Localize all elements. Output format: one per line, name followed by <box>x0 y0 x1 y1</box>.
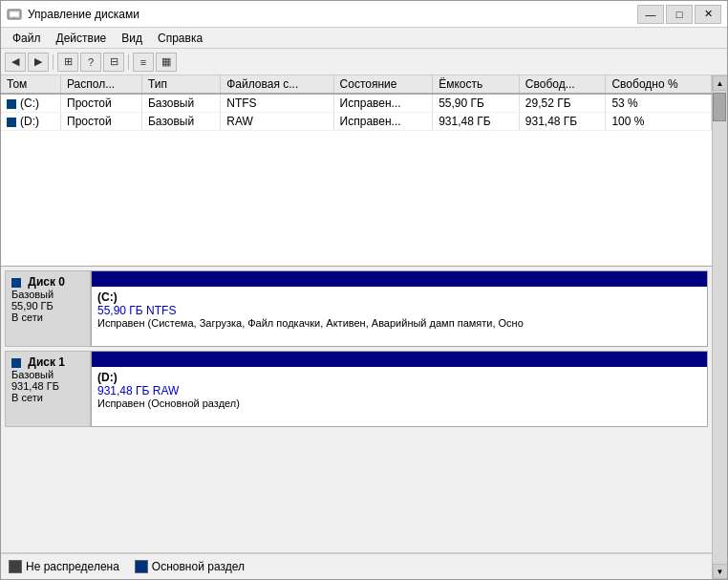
legend-label: Основной раздел <box>152 560 245 573</box>
cell-free: 931,48 ГБ <box>519 113 606 131</box>
disk-status: В сети <box>11 392 84 403</box>
volume-icon <box>7 99 16 109</box>
partition-area[interactable]: (C:) 55,90 ГБ NTFS Исправен (Система, За… <box>92 287 707 346</box>
main-body: Том Распол... Тип Файловая с... Состояни… <box>1 75 727 579</box>
disk-partitions[interactable]: (D:) 931,48 ГБ RAW Исправен (Основной ра… <box>91 351 708 427</box>
legend-color-box <box>135 560 148 573</box>
cell-free-pct: 53 % <box>606 94 712 113</box>
scroll-down-button[interactable]: ▼ <box>713 564 728 579</box>
col-location: Распол... <box>61 75 142 94</box>
toolbar-btn-flag[interactable]: ≡ <box>133 53 154 72</box>
disk-header-bar <box>92 352 707 367</box>
toolbar-sep-1 <box>53 54 54 70</box>
main-content: Том Распол... Тип Файловая с... Состояни… <box>1 75 712 579</box>
cell-volume: (D:) <box>1 113 61 131</box>
menu-file[interactable]: Файл <box>5 30 49 47</box>
cell-capacity: 55,90 ГБ <box>433 94 520 113</box>
col-free-pct: Свободно % <box>606 75 712 94</box>
disk-row: Диск 1 Базовый 931,48 ГБ В сети (D:) 931… <box>5 351 708 427</box>
title-left: Управление дисками <box>7 7 139 22</box>
disk-label: Диск 0 Базовый 55,90 ГБ В сети <box>5 270 91 347</box>
legend-item: Основной раздел <box>135 560 245 573</box>
scroll-thumb[interactable] <box>713 93 726 121</box>
cell-layout: Простой <box>61 94 142 113</box>
title-bar: Управление дисками — □ ✕ <box>1 1 727 28</box>
col-volume: Том <box>1 75 61 94</box>
partition-status: Исправен (Система, Загрузка, Файл подкач… <box>97 317 701 329</box>
cell-status: Исправен... <box>333 113 433 131</box>
scroll-up-button[interactable]: ▲ <box>713 75 728 91</box>
disk-icon <box>11 278 21 288</box>
partition-title: (C:) <box>97 290 701 304</box>
cell-free-pct: 100 % <box>606 113 712 131</box>
table-row[interactable]: (D:) Простой Базовый RAW Исправен... 931… <box>1 113 712 131</box>
cell-free: 29,52 ГБ <box>519 94 606 113</box>
table-row[interactable]: (C:) Простой Базовый NTFS Исправен... 55… <box>1 94 712 113</box>
disk-size: 931,48 ГБ <box>11 380 84 392</box>
disk-label: Диск 1 Базовый 931,48 ГБ В сети <box>5 351 91 427</box>
partition-size: 55,90 ГБ NTFS <box>97 304 701 317</box>
cell-type: Базовый <box>141 94 220 113</box>
partition-status: Исправен (Основной раздел) <box>97 397 701 409</box>
partition-size: 931,48 ГБ RAW <box>97 384 701 397</box>
disk-name: Диск 0 <box>11 275 84 289</box>
partition-title: (D:) <box>97 371 701 384</box>
toolbar-sep-2 <box>128 54 129 70</box>
volume-icon <box>7 118 16 127</box>
disk-header-bar <box>92 271 707 287</box>
partition-area[interactable]: (D:) 931,48 ГБ RAW Исправен (Основной ра… <box>92 367 707 426</box>
menu-action[interactable]: Действие <box>49 30 115 47</box>
toolbar-btn-table[interactable]: ▦ <box>156 53 177 72</box>
disk-size: 55,90 ГБ <box>11 300 84 311</box>
cell-filesystem: NTFS <box>221 94 333 113</box>
disk-partitions[interactable]: (C:) 55,90 ГБ NTFS Исправен (Система, За… <box>91 270 708 347</box>
col-free: Свобод... <box>519 75 606 94</box>
volumes-table: Том Распол... Тип Файловая с... Состояни… <box>1 75 712 131</box>
menu-help[interactable]: Справка <box>150 30 210 47</box>
disk-icon <box>11 358 21 368</box>
col-status: Состояние <box>333 75 433 94</box>
cell-volume: (C:) <box>1 94 61 113</box>
disk-type: Базовый <box>11 369 84 380</box>
toolbar-forward[interactable]: ▶ <box>28 53 49 72</box>
cell-layout: Простой <box>61 113 142 131</box>
table-header-row: Том Распол... Тип Файловая с... Состояни… <box>1 75 712 94</box>
table-area: Том Распол... Тип Файловая с... Состояни… <box>1 75 712 267</box>
svg-point-2 <box>13 17 15 19</box>
app-icon <box>7 7 22 22</box>
disk-status: В сети <box>11 311 84 323</box>
cell-type: Базовый <box>141 113 220 131</box>
toolbar-btn-minus[interactable]: ⊟ <box>103 53 124 72</box>
disk-name: Диск 1 <box>11 355 84 369</box>
title-buttons: — □ ✕ <box>637 5 721 24</box>
legend-color-box <box>9 560 22 573</box>
cell-capacity: 931,48 ГБ <box>433 113 520 131</box>
toolbar-back[interactable]: ◀ <box>5 53 26 72</box>
legend-bar: Не распределена Основной раздел <box>1 552 712 579</box>
window-title: Управление дисками <box>28 8 139 21</box>
cell-filesystem: RAW <box>221 113 333 131</box>
main-window: Управление дисками — □ ✕ Файл Действие В… <box>0 0 728 580</box>
minimize-button[interactable]: — <box>637 5 664 24</box>
cell-status: Исправен... <box>333 94 433 113</box>
scroll-track <box>713 91 728 564</box>
col-type: Тип <box>141 75 220 94</box>
legend-label: Не распределена <box>26 560 119 573</box>
legend-item: Не распределена <box>9 560 119 573</box>
menu-bar: Файл Действие Вид Справка <box>1 28 727 49</box>
toolbar-btn-help[interactable]: ? <box>80 53 101 72</box>
toolbar-btn-grid[interactable]: ⊞ <box>57 53 78 72</box>
disk-type: Базовый <box>11 289 84 300</box>
menu-view[interactable]: Вид <box>114 30 150 47</box>
svg-rect-1 <box>10 11 19 17</box>
disk-map-area: Диск 0 Базовый 55,90 ГБ В сети (C:) 55,9… <box>1 267 712 552</box>
col-filesystem: Файловая с... <box>221 75 333 94</box>
disk-row: Диск 0 Базовый 55,90 ГБ В сети (C:) 55,9… <box>5 270 708 347</box>
toolbar: ◀ ▶ ⊞ ? ⊟ ≡ ▦ <box>1 49 727 75</box>
col-capacity: Ёмкость <box>433 75 520 94</box>
scrollbar[interactable]: ▲ ▼ <box>712 75 727 579</box>
maximize-button[interactable]: □ <box>666 5 693 24</box>
close-button[interactable]: ✕ <box>695 5 721 24</box>
